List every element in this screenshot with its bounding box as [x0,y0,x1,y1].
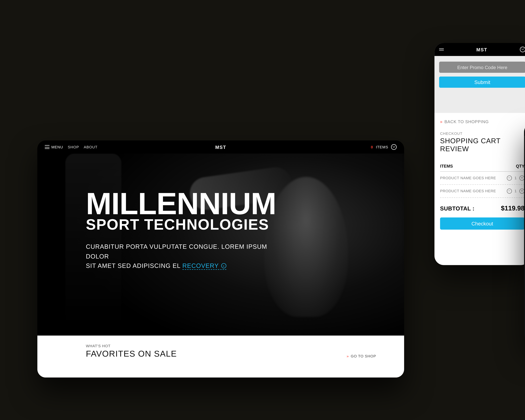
desktop-topbar: MENU SHOP ABOUT MST 0 ITEMS [38,140,404,153]
qty-value: 1 [515,189,517,193]
menu-label: MENU [51,145,63,149]
cart-title: SHOPPING CART REVIEW [440,137,525,153]
go-to-shop-link[interactable]: »GO TO SHOP [347,354,376,358]
subtotal-label: SUBTOTAL : [440,205,475,212]
qty-value: 1 [515,176,517,180]
cart-icon[interactable] [391,144,397,150]
whats-hot-section: WHAT'S HOT FAVORITES ON SALE »GO TO SHOP [38,336,404,378]
product-name: PRODUCT NAME GOES HERE [440,176,496,180]
cart-row: PRODUCT NAME GOES HERE − 1 + [440,172,525,185]
qty-stepper: − 1 + [507,189,525,194]
checkout-button[interactable]: Checkout [440,217,525,230]
section-gap [434,94,525,113]
recovery-link[interactable]: RECOVERY [182,262,226,270]
mobile-cart-screen: MST Submit »BACK TO SHOPPING CHECKOUT SH… [434,43,525,265]
cart-row: PRODUCT NAME GOES HERE − 1 + [440,185,525,198]
faq-body: GENERAL QUESTIONS PRODUCT QUESTIONS SHIP… [524,136,525,300]
qty-plus-button[interactable]: + [519,189,525,194]
hero-text: MILLENNIUM SPORT TECHNOLOGIES CURABITUR … [86,191,385,271]
arrow-circle-icon [221,263,226,268]
cart-column-headers: ITEMS QTY [440,164,525,172]
whats-hot-eyebrow: WHAT'S HOT [86,344,177,348]
cart-count: 0 [371,145,373,149]
back-to-shopping-link[interactable]: »BACK TO SHOPPING [440,120,525,124]
qty-minus-button[interactable]: − [507,189,512,194]
checkout-eyebrow: CHECKOUT [440,131,525,136]
cart-icon[interactable] [520,47,525,52]
qty-minus-button[interactable]: − [507,176,512,181]
menu-button[interactable]: MENU [45,145,63,149]
desktop-homepage: MENU SHOP ABOUT MST 0 ITEMS MILLENNIUM [38,140,404,378]
hero-copy: CURABITUR PORTA VULPUTATE CONGUE. LOREM … [86,242,282,271]
product-name: PRODUCT NAME GOES HERE [440,189,496,193]
hero: MILLENNIUM SPORT TECHNOLOGIES CURABITUR … [38,153,404,336]
brand-logo[interactable]: MST [215,144,226,150]
raquo-icon: » [440,120,443,124]
promo-input[interactable] [439,62,525,73]
promo-submit-button[interactable]: Submit [439,76,525,88]
hero-headline-2: SPORT TECHNOLOGIES [86,217,385,232]
hamburger-icon[interactable] [439,48,444,50]
mobile-faq-screen: MST GENERAL QUESTIONS PRODUCT QUESTIONS … [524,123,525,343]
col-qty: QTY [516,164,525,168]
qty-stepper: − 1 + [507,176,525,181]
mobile-topbar: MST [434,43,525,56]
whats-hot-title: FAVORITES ON SALE [86,349,177,359]
subtotal-value: $119.98 [501,205,525,212]
hamburger-icon [45,145,49,149]
qty-plus-button[interactable]: + [519,176,525,181]
cart-body: »BACK TO SHOPPING CHECKOUT SHOPPING CART… [434,113,525,265]
subtotal-row: SUBTOTAL : $119.98 [440,205,525,212]
nav-shop[interactable]: SHOP [68,145,79,149]
hero-headline-1: MILLENNIUM [86,191,385,216]
col-items: ITEMS [440,164,453,168]
raquo-icon: » [347,354,349,358]
cart-count-label: ITEMS [376,145,388,149]
brand-logo[interactable]: MST [476,47,488,52]
promo-block: Submit [434,56,525,94]
nav-about[interactable]: ABOUT [84,145,97,149]
